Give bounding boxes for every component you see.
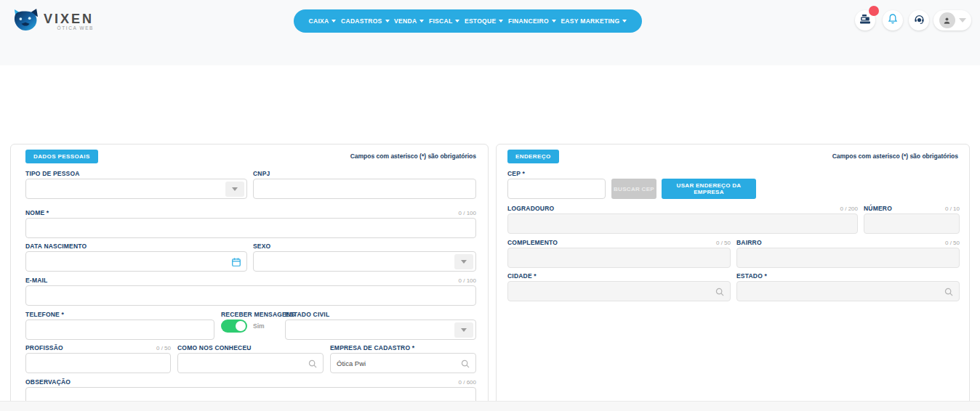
complemento-counter: 0 / 50	[716, 240, 731, 246]
sexo-label: SEXO	[253, 243, 270, 250]
nav-item-financeiro[interactable]: FINANCEIRO	[508, 17, 556, 25]
cash-register-icon	[859, 13, 871, 28]
cidade-label: CIDADE *	[507, 272, 537, 280]
required-fields-note: Campos com asterisco (*) são obrigatório…	[350, 152, 476, 160]
logradouro-counter: 0 / 200	[840, 206, 858, 212]
email-label: E-MAIL	[25, 277, 47, 284]
cep-input[interactable]	[508, 179, 605, 198]
observacao-label: OBSERVAÇÃO	[25, 378, 71, 386]
chevron-down-icon	[332, 20, 336, 23]
nome-counter: 0 / 100	[459, 210, 476, 216]
bairro-input[interactable]	[737, 248, 959, 267]
nome-label: NOME *	[25, 209, 49, 216]
nav-item-fiscal[interactable]: FISCAL	[429, 17, 460, 25]
personal-data-panel: DADOS PESSOAIS Campos com asterisco (*) …	[10, 144, 489, 411]
telefone-label: TELEFONE *	[25, 311, 64, 318]
email-input[interactable]	[26, 286, 475, 305]
receber-mensagens-state: Sim	[253, 322, 265, 330]
profissao-label: PROFISSÃO	[25, 344, 63, 351]
panel-title-badge: DADOS PESSOAIS	[25, 150, 98, 163]
chevron-down-icon	[959, 18, 966, 23]
numero-input[interactable]	[864, 214, 959, 233]
brand-logo[interactable]: VIXEN ÓTICA WEB	[12, 8, 94, 36]
profissao-input[interactable]	[26, 354, 170, 373]
como-nos-conheceu-input[interactable]	[178, 354, 323, 373]
headset-icon	[913, 13, 925, 28]
nav-item-easy-marketing[interactable]: EASY MARKETING	[561, 17, 627, 25]
search-icon[interactable]	[944, 287, 954, 297]
estado-label: ESTADO *	[736, 272, 767, 280]
avatar	[939, 12, 955, 28]
content-area: DADOS PESSOAIS Campos com asterisco (*) …	[0, 65, 980, 401]
chevron-down-icon	[419, 20, 424, 23]
user-menu-button[interactable]	[933, 10, 971, 30]
calendar-icon[interactable]	[231, 257, 241, 267]
chevron-down-icon	[225, 182, 244, 197]
address-panel: ENDEREÇO Campos com asterisco (*) são ob…	[496, 144, 970, 411]
email-counter: 0 / 100	[459, 277, 476, 284]
estado-input[interactable]	[737, 282, 959, 301]
chevron-down-icon	[552, 20, 556, 23]
complemento-label: COMPLEMENTO	[507, 239, 558, 246]
nome-input[interactable]	[26, 219, 475, 237]
required-fields-note: Campos com asterisco (*) são obrigatório…	[832, 152, 958, 160]
brand-subtitle: ÓTICA WEB	[44, 25, 94, 30]
nav-item-cadastros[interactable]: CADASTROS	[341, 17, 390, 25]
empresa-de-cadastro-input[interactable]	[331, 354, 475, 373]
chevron-down-icon	[385, 20, 390, 23]
como-nos-conheceu-label: COMO NOS CONHECEU	[177, 344, 252, 351]
cnpj-input[interactable]	[254, 179, 475, 198]
data-nascimento-label: DATA NASCIMENTO	[25, 243, 87, 250]
support-button[interactable]	[909, 10, 929, 30]
logradouro-label: LOGRADOURO	[507, 205, 554, 212]
chevron-down-icon	[622, 20, 627, 23]
receber-mensagens-label: RECEBER MENSAGENS	[221, 311, 295, 318]
cep-label: CEP *	[507, 170, 525, 177]
panel-title-badge: ENDEREÇO	[507, 150, 559, 163]
footer-bar	[0, 401, 980, 411]
chevron-down-icon	[455, 20, 459, 23]
chevron-down-icon	[454, 322, 473, 338]
complemento-input[interactable]	[508, 248, 730, 267]
usar-endereco-da-empresa-button[interactable]: USAR ENDEREÇO DA EMPRESA	[662, 179, 756, 199]
search-icon[interactable]	[715, 287, 725, 297]
observacao-counter: 0 / 600	[459, 379, 476, 386]
telefone-input[interactable]	[26, 320, 214, 339]
cnpj-label: CNPJ	[253, 170, 270, 177]
nav-item-estoque[interactable]: ESTOQUE	[465, 17, 504, 25]
numero-counter: 0 / 10	[945, 206, 960, 212]
logradouro-input[interactable]	[508, 214, 857, 233]
data-nascimento-input[interactable]	[26, 252, 246, 271]
search-icon[interactable]	[460, 359, 470, 369]
search-icon[interactable]	[308, 359, 318, 369]
bairro-label: BAIRRO	[736, 239, 762, 246]
estado-civil-select[interactable]	[285, 320, 476, 340]
empresa-de-cadastro-label: EMPRESA DE CADASTRO *	[330, 344, 414, 351]
estado-civil-label: ESTADO CIVIL	[285, 311, 329, 318]
buscar-cep-button[interactable]: BUSCAR CEP	[611, 179, 656, 199]
main-navbar: CAIXA CADASTROS VENDA FISCAL ESTOQUE FIN…	[294, 9, 642, 33]
app-header: VIXEN ÓTICA WEB CAIXA CADASTROS VENDA FI…	[0, 0, 980, 41]
tipo-pessoa-select[interactable]	[25, 179, 247, 199]
profissao-counter: 0 / 50	[156, 345, 171, 351]
chevron-down-icon	[454, 254, 473, 269]
bairro-counter: 0 / 50	[945, 240, 960, 246]
receber-mensagens-toggle[interactable]	[221, 320, 247, 333]
sexo-select[interactable]	[253, 251, 476, 272]
nav-item-venda[interactable]: VENDA	[394, 17, 424, 25]
numero-label: NÚMERO	[864, 205, 892, 212]
chevron-down-icon	[499, 20, 503, 23]
brand-name: VIXEN	[44, 13, 94, 25]
nav-item-caixa[interactable]: CAIXA	[309, 17, 337, 25]
cidade-input[interactable]	[508, 282, 730, 301]
tipo-pessoa-label: TIPO DE PESSOA	[25, 170, 80, 177]
fox-logo-icon	[12, 8, 39, 36]
notification-badge	[869, 6, 879, 16]
notifications-button[interactable]	[883, 10, 903, 30]
bell-icon	[887, 13, 899, 28]
tab-strip: CLIENTES CADASTRO DE CLIENTE	[0, 41, 980, 65]
